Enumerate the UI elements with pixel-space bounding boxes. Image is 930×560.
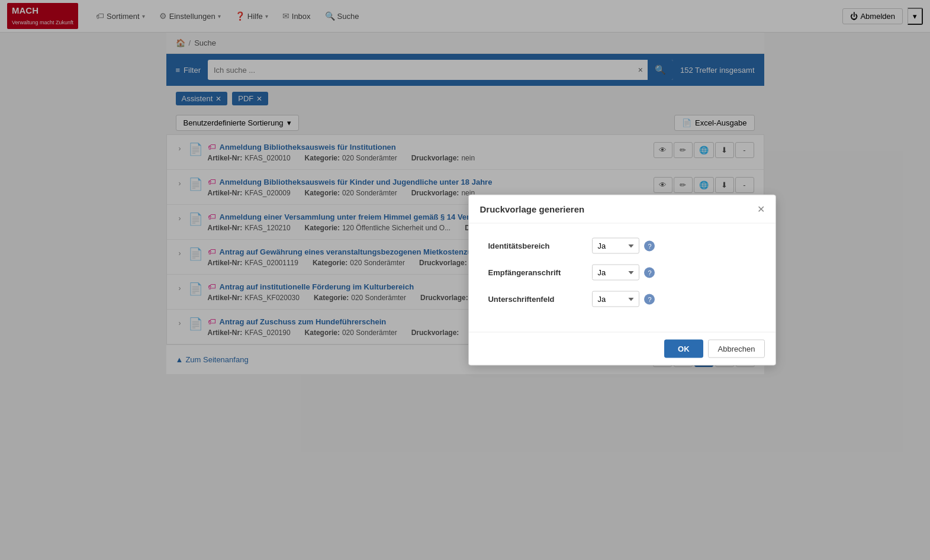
identitaetsbereich-label: Identitätsbereich xyxy=(488,242,583,250)
modal-row-identitaetsbereich: Identitätsbereich Ja Nein ? xyxy=(488,238,757,254)
modal-header: Druckvorlage generieren ✕ xyxy=(469,195,775,224)
empfaengeranschrift-label: Empfängeranschrift xyxy=(488,268,583,277)
modal-row-empfaengeranschrift: Empfängeranschrift Ja Nein ? xyxy=(488,265,757,281)
modal-close-button[interactable]: ✕ xyxy=(757,204,765,215)
modal-cancel-button[interactable]: Abbrechen xyxy=(708,340,765,358)
identitaetsbereich-info-icon[interactable]: ? xyxy=(644,240,655,251)
modal-row-unterschriftenfeld: Unterschriftenfeld Ja Nein ? xyxy=(488,291,757,307)
identitaetsbereich-select-wrap: Ja Nein ? xyxy=(592,238,655,254)
modal-overlay xyxy=(0,0,930,374)
modal-body: Identitätsbereich Ja Nein ? Empfängerans… xyxy=(469,224,775,332)
empfaengeranschrift-select[interactable]: Ja Nein xyxy=(592,265,639,281)
identitaetsbereich-select[interactable]: Ja Nein xyxy=(592,238,639,254)
modal-footer: OK Abbrechen xyxy=(469,332,775,365)
modal-druckvorlage: Druckvorlage generieren ✕ Identitätsbere… xyxy=(468,195,776,366)
unterschriftenfeld-label: Unterschriftenfeld xyxy=(488,295,583,304)
unterschriftenfeld-info-icon[interactable]: ? xyxy=(644,294,655,304)
modal-ok-button[interactable]: OK xyxy=(664,340,703,358)
unterschriftenfeld-select-wrap: Ja Nein ? xyxy=(592,291,655,307)
modal-title: Druckvorlage generieren xyxy=(480,204,584,214)
empfaengeranschrift-select-wrap: Ja Nein ? xyxy=(592,265,655,281)
unterschriftenfeld-select[interactable]: Ja Nein xyxy=(592,291,639,307)
empfaengeranschrift-info-icon[interactable]: ? xyxy=(644,267,655,278)
